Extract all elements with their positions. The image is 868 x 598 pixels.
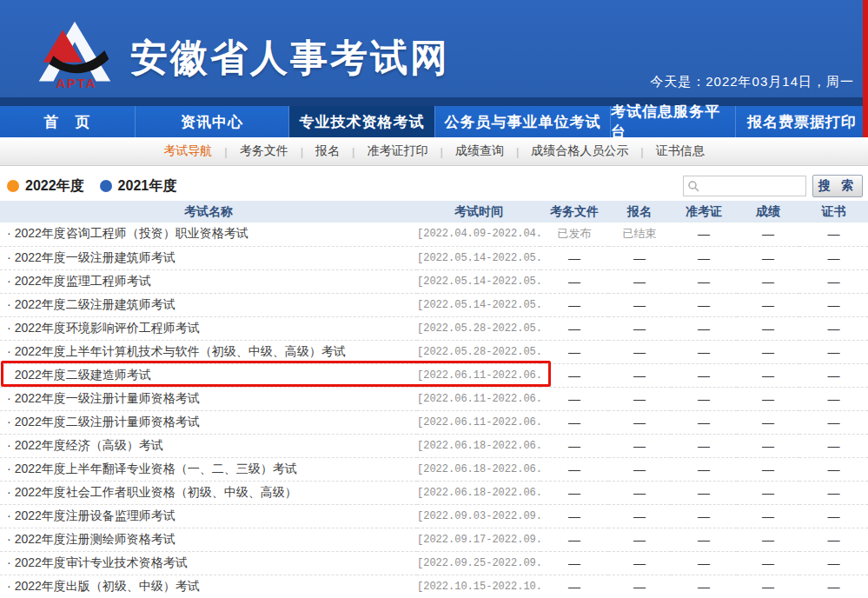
exam-name-link[interactable]: ·2022年度二级建造师考试 [0,363,417,387]
blue-dot-icon [100,180,112,192]
exam-name-link[interactable]: ·2022年度上半年翻译专业资格（一、二、三级）考试 [0,457,417,481]
search-input[interactable] [683,176,806,196]
certificate-status: — [799,363,868,387]
nav-item-4[interactable]: 考试信息服务平台 [610,106,735,137]
exam-time: [2022.06.11-2022.06.12] [417,363,540,387]
exam-name-link[interactable]: ·2022年度审计专业技术资格考试 [0,551,417,575]
logo-apta-text: APTA [56,76,96,90]
score-status: — [737,269,799,293]
bullet: · [7,297,11,311]
admission-ticket-status: — [671,363,737,387]
nav-item-2[interactable]: 专业技术资格考试 [288,106,434,137]
certificate-status: — [799,410,868,434]
site-title: 安徽省人事考试网 [130,33,450,83]
exam-name-link[interactable]: ·2022年度经济（高级）考试 [0,434,417,457]
bullet: · [7,579,11,593]
exam-time: [2022.06.11-2022.06.12] [417,410,540,434]
nav-item-label: 资讯中心 [181,112,243,132]
bullet: · [7,226,11,240]
subnav-item-4[interactable]: 成绩查询 [455,143,504,159]
apta-logo-icon: APTA [28,19,122,92]
registration-status: — [608,504,671,528]
header-banner: APTA 安徽省人事考试网 今天是：2022年03月14日，周一 [0,0,868,97]
exam-time: [2022.09.17-2022.09.18] [417,528,540,551]
subnav-separator: | [224,145,227,158]
nav-item-5[interactable]: 报名费票据打印 [735,106,868,137]
nav-item-label: 首 页 [44,112,91,132]
admission-ticket-status: — [671,340,737,363]
table-header-row: 考试名称 考试时间 考务文件 报名 准考证 成绩 证书 [0,201,868,223]
bullet: · [7,391,11,405]
search-button[interactable]: 搜 索 [812,175,863,197]
sub-nav: 考试导航 | 考务文件 | 报名 | 准考证打印 | 成绩查询 | 成绩合格人员… [0,137,868,166]
registration-status: — [608,387,671,410]
subnav-item-0[interactable]: 考试导航 [163,143,212,159]
certificate-status: — [799,269,868,293]
subnav-item-5[interactable]: 成绩合格人员公示 [531,143,628,159]
exam-name-link[interactable]: ·2022年度环境影响评价工程师考试 [0,316,417,340]
year-label: 2022年度 [25,177,84,196]
nav-item-label: 公务员与事业单位考试 [445,112,601,132]
exam-name-link[interactable]: ·2022年度注册设备监理师考试 [0,504,417,528]
search-box: 搜 索 [683,175,863,197]
year-tab-2021[interactable]: 2021年度 [100,177,177,196]
exam-docs-status: — [540,387,608,410]
exam-docs-status: — [540,551,608,575]
nav-item-label: 专业技术资格考试 [300,112,425,132]
exam-name-link[interactable]: ·2022年度咨询工程师（投资）职业资格考试 [0,223,417,246]
subnav-item-6[interactable]: 证书信息 [656,143,705,159]
score-status: — [737,293,799,316]
exam-name-link[interactable]: ·2022年度上半年计算机技术与软件（初级、中级、高级）考试 [0,340,417,363]
registration-status: — [608,293,671,316]
today-date: 今天是：2022年03月14日，周一 [650,74,854,90]
exam-docs-status: 已发布 [540,223,608,246]
exam-row: ·2022年度审计专业技术资格考试 [2022.09.25-2022.09.25… [0,551,868,575]
admission-ticket-status: — [671,575,737,598]
certificate-status: — [799,223,868,246]
exam-time: [2022.05.14-2022.05.15] [417,293,540,316]
exam-docs-status: — [540,434,608,457]
exam-row: ·2022年度二级注册建筑师考试 [2022.05.14-2022.05.15]… [0,293,868,316]
exam-row: ·2022年度注册设备监理师考试 [2022.09.03-2022.09.04]… [0,504,868,528]
exam-row: ·2022年度社会工作者职业资格（初级、中级、高级） [2022.06.18-2… [0,481,868,504]
bullet: · [7,485,11,499]
exam-docs-status: — [540,504,608,528]
subnav-item-3[interactable]: 准考证打印 [368,143,428,159]
exam-table-wrap: 考试名称 考试时间 考务文件 报名 准考证 成绩 证书 ·2022年度咨询工程师… [0,201,868,598]
exam-name-link[interactable]: ·2022年度注册测绘师资格考试 [0,528,417,551]
exam-name-link[interactable]: ·2022年度二级注册计量师资格考试 [0,410,417,434]
exam-name-link[interactable]: ·2022年度社会工作者职业资格（初级、中级、高级） [0,481,417,504]
year-tab-2022[interactable]: 2022年度 [7,177,84,196]
exam-name-link[interactable]: ·2022年度一级注册计量师资格考试 [0,387,417,410]
bullet: · [7,532,11,546]
exam-docs-status: — [540,316,608,340]
exam-docs-status: — [540,457,608,481]
nav-item-0[interactable]: 首 页 [0,106,135,137]
exam-time: [2022.05.14-2022.05.15] [417,269,540,293]
col-registration: 报名 [608,201,671,223]
admission-ticket-status: — [671,387,737,410]
bullet: · [7,274,11,288]
exam-name-link[interactable]: ·2022年度二级注册建筑师考试 [0,293,417,316]
nav-item-1[interactable]: 资讯中心 [135,106,288,137]
exam-name-link[interactable]: ·2022年度一级注册建筑师考试 [0,246,417,269]
exam-row: ·2022年度出版（初级、中级）考试 [2022.10.15-2022.10.1… [0,575,868,598]
subnav-item-2[interactable]: 报名 [315,143,340,159]
nav-item-3[interactable]: 公务员与事业单位考试 [434,106,610,137]
score-status: — [737,457,799,481]
exam-row: ·2022年度咨询工程师（投资）职业资格考试 [2022.04.09-2022.… [0,223,868,246]
score-status: — [737,551,799,575]
exam-name-link[interactable]: ·2022年度出版（初级、中级）考试 [0,575,417,598]
certificate-status: — [799,504,868,528]
registration-status: — [608,246,671,269]
exam-row: ·2022年度一级注册建筑师考试 [2022.05.14-2022.05.22]… [0,246,868,269]
score-status: — [737,504,799,528]
exam-docs-status: — [540,528,608,551]
subnav-item-1[interactable]: 考务文件 [240,143,288,159]
exam-time: [2022.04.09-2022.04.10] [417,223,540,246]
exam-docs-status: — [540,410,608,434]
certificate-status: — [799,575,868,598]
admission-ticket-status: — [671,434,737,457]
exam-name-link[interactable]: ·2022年度监理工程师考试 [0,269,417,293]
score-status: — [737,387,799,410]
